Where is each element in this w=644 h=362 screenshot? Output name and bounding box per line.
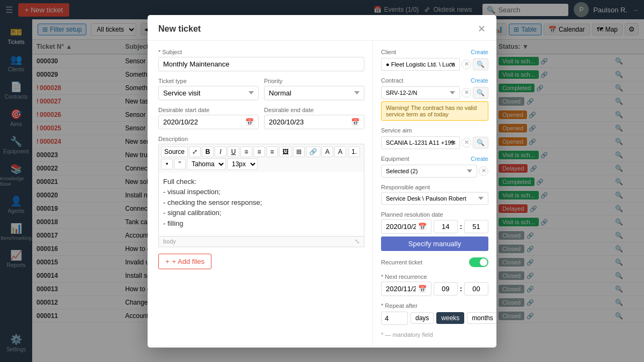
service-aim-select[interactable]: SCANIA L-1231 A11 +199838907... bbox=[381, 136, 460, 149]
description-group: Description Source ⤢ B I U ≡ ≡ ≡ 🖼 ⊞ 🔗 bbox=[158, 136, 364, 247]
calendar-icon: 📅 bbox=[245, 118, 254, 126]
end-date-label: Desirable end date bbox=[264, 107, 364, 113]
recurrent-toggle[interactable] bbox=[469, 257, 488, 267]
planned-date-group: Planned resolution date 📅 : Specify manu… bbox=[381, 211, 488, 251]
priority-label: Priority bbox=[264, 78, 364, 84]
equipment-label: Equipment bbox=[381, 156, 409, 162]
modal-footer: ✓ Create bbox=[148, 346, 496, 348]
contract-warning: Warning! The contract has no valid servi… bbox=[381, 101, 488, 121]
equipment-group: Equipment Create Selected (2) ✕ bbox=[381, 156, 488, 178]
next-recurrence-row: 📅 : bbox=[381, 282, 488, 296]
subject-group: * Subject bbox=[158, 49, 364, 71]
rte-resize-icon[interactable]: ⤡ bbox=[355, 238, 360, 245]
service-aim-header: Service aim bbox=[381, 127, 488, 134]
client-clear-button[interactable]: ✕ bbox=[462, 60, 471, 69]
specify-manually-button[interactable]: Specify manually bbox=[381, 237, 488, 251]
next-recurrence-picker[interactable]: 📅 bbox=[381, 282, 431, 296]
rte-list-ol-btn[interactable]: 1. bbox=[348, 146, 360, 157]
rte-italic-btn[interactable]: I bbox=[215, 146, 226, 157]
next-rec-hour-input[interactable] bbox=[434, 282, 458, 295]
rte-color-a-btn[interactable]: A bbox=[321, 146, 333, 157]
rte-link-btn[interactable]: 🔗 bbox=[306, 146, 320, 157]
modal-header: New ticket ✕ bbox=[148, 15, 496, 41]
end-date-group: Desirable end date 📅 bbox=[264, 107, 364, 129]
agent-select[interactable]: Service Desk \ Paulson Robert bbox=[381, 192, 488, 205]
ticket-type-select[interactable]: Service visit Incident Request bbox=[158, 86, 259, 100]
client-create-link[interactable]: Create bbox=[471, 49, 488, 55]
rte-content-area[interactable]: Full check:- visual inspection;- checkin… bbox=[158, 172, 364, 237]
planned-hour-input[interactable] bbox=[434, 220, 458, 233]
contract-create-link[interactable]: Create bbox=[471, 77, 488, 84]
rte-table-btn[interactable]: ⊞ bbox=[293, 146, 305, 157]
client-select[interactable]: ● Fleet Logistic Ltd. \ Lucas Geor... bbox=[381, 58, 460, 71]
rte-font-select[interactable]: Tahoma bbox=[187, 158, 226, 170]
modal-close-button[interactable]: ✕ bbox=[478, 23, 486, 35]
client-group: Client Create ● Fleet Logistic Ltd. \ Lu… bbox=[381, 49, 488, 71]
repeat-days-button[interactable]: days bbox=[411, 312, 434, 324]
equipment-clear-button[interactable]: ✕ bbox=[479, 166, 488, 176]
time-colon: : bbox=[460, 223, 462, 231]
mandatory-note: * — mandatory field bbox=[381, 331, 488, 338]
repeat-after-group: * Repeat after days weeks months bbox=[381, 302, 488, 325]
end-date-input[interactable] bbox=[269, 118, 349, 126]
rte-bold-btn[interactable]: B bbox=[202, 146, 214, 157]
contract-clear-button[interactable]: ✕ bbox=[462, 88, 471, 98]
rte-body-label: body bbox=[163, 238, 176, 245]
next-recurrence-input[interactable] bbox=[386, 285, 416, 293]
next-recurrence-label: * Next recurrence bbox=[381, 274, 488, 280]
start-date-group: Desirable start date 📅 bbox=[158, 107, 259, 129]
subject-input[interactable] bbox=[158, 57, 364, 71]
service-aim-search-button[interactable]: 🔍 bbox=[473, 137, 488, 149]
rte-toolbar: Source ⤢ B I U ≡ ≡ ≡ 🖼 ⊞ 🔗 A A bbox=[158, 144, 364, 172]
rte-underline-btn[interactable]: U bbox=[228, 146, 239, 157]
contract-group: Contract Create SRV-12-2/N ✕ 🔍 Warning! … bbox=[381, 77, 488, 121]
calendar-recurrence-icon: 📅 bbox=[418, 285, 427, 293]
client-search-button[interactable]: 🔍 bbox=[473, 58, 488, 70]
priority-select[interactable]: Low Normal High Critical bbox=[264, 86, 364, 100]
equipment-select[interactable]: Selected (2) bbox=[381, 165, 477, 178]
rte-image-btn[interactable]: 🖼 bbox=[279, 146, 292, 157]
next-rec-min-input[interactable] bbox=[464, 282, 488, 295]
repeat-months-button[interactable]: months bbox=[467, 312, 496, 324]
add-files-button[interactable]: + + Add files bbox=[158, 254, 211, 269]
client-select-wrap: ● Fleet Logistic Ltd. \ Lucas Geor... ✕ … bbox=[381, 58, 488, 71]
repeat-after-label: * Repeat after bbox=[381, 302, 488, 309]
contract-select[interactable]: SRV-12-2/N bbox=[381, 86, 460, 99]
rte-quote-btn[interactable]: " bbox=[174, 159, 186, 169]
repeat-value-input[interactable] bbox=[381, 312, 408, 325]
repeat-weeks-button[interactable]: weeks bbox=[436, 312, 464, 324]
planned-min-input[interactable] bbox=[464, 220, 488, 233]
modal-title: New ticket bbox=[158, 24, 201, 34]
rte-align-left-btn[interactable]: ≡ bbox=[240, 146, 252, 157]
start-date-input[interactable] bbox=[163, 118, 243, 126]
time-colon2: : bbox=[460, 285, 462, 293]
service-aim-clear-button[interactable]: ✕ bbox=[462, 138, 471, 147]
rte-size-select[interactable]: 13px bbox=[227, 158, 258, 170]
recurrent-group: Recurrent ticket bbox=[381, 257, 488, 267]
modal-right-panel: Client Create ● Fleet Logistic Ltd. \ Lu… bbox=[373, 41, 496, 346]
rte-align-right-btn[interactable]: ≡ bbox=[266, 146, 278, 157]
service-aim-group: Service aim SCANIA L-1231 A11 +199838907… bbox=[381, 127, 488, 149]
add-icon: + bbox=[165, 257, 170, 265]
equipment-select-wrap: Selected (2) ✕ bbox=[381, 165, 488, 178]
recurrent-label: Recurrent ticket bbox=[381, 259, 422, 265]
planned-date-input[interactable] bbox=[386, 223, 416, 231]
type-priority-row: Ticket type Service visit Incident Reque… bbox=[158, 78, 364, 107]
equipment-create-link[interactable]: Create bbox=[471, 156, 488, 162]
start-date-picker[interactable]: 📅 bbox=[158, 115, 259, 129]
planned-date-picker[interactable]: 📅 bbox=[381, 219, 431, 234]
rte-source-btn[interactable]: Source bbox=[161, 146, 188, 157]
modal-left-panel: * Subject Ticket type Service visit Inci… bbox=[148, 41, 373, 346]
rte-list-ul-btn[interactable]: • bbox=[161, 159, 173, 169]
contract-search-button[interactable]: 🔍 bbox=[473, 87, 488, 99]
end-date-picker[interactable]: 📅 bbox=[264, 115, 364, 129]
rte-footer: body ⤡ bbox=[158, 237, 364, 247]
client-label: Client bbox=[381, 49, 396, 55]
rte-bg-btn[interactable]: A bbox=[334, 146, 346, 157]
start-date-label: Desirable start date bbox=[158, 107, 259, 113]
contract-header: Contract Create bbox=[381, 77, 488, 84]
planned-date-row: 📅 : bbox=[381, 219, 488, 234]
rte-align-center-btn[interactable]: ≡ bbox=[253, 146, 265, 157]
rte-expand-btn[interactable]: ⤢ bbox=[189, 146, 201, 157]
agent-label: Responsible agent bbox=[381, 184, 488, 190]
